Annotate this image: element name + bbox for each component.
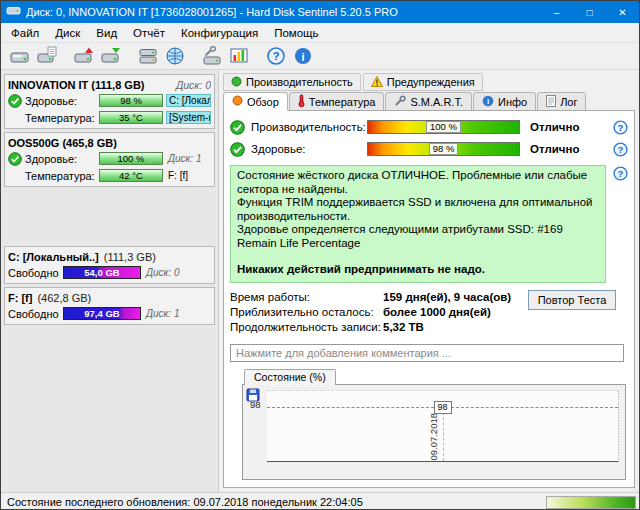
tab-temperature[interactable]: Температура	[289, 92, 385, 111]
app-body: INNOVATION IT (111,8 GB) Диск: 0 Здоровь…	[1, 70, 639, 492]
window-title: Диск: 0, INNOVATION IT [1736028001265] -…	[26, 6, 535, 18]
disk-1-number-cell: Диск: 1	[166, 152, 211, 165]
partition-c-free-bar: 54,0 GB	[63, 266, 141, 279]
disk-0-number: Диск: 0	[176, 79, 211, 91]
disk-0-health-bar: 98 %	[99, 94, 163, 107]
close-button[interactable]: ✕	[606, 1, 639, 23]
retest-button[interactable]: Повтор Теста	[528, 290, 616, 310]
health-help-icon[interactable]: ?	[613, 142, 628, 157]
sidebar: INNOVATION IT (111,8 GB) Диск: 0 Здоровь…	[1, 70, 219, 492]
chart-y-tick: 98	[250, 399, 261, 410]
svg-text:i: i	[301, 51, 304, 63]
health-label: Здоровье:	[25, 95, 96, 107]
tab-log[interactable]: Лог	[537, 92, 586, 111]
performance-dot-icon	[231, 76, 242, 89]
chart-x-date-label: 09.07.2018	[428, 413, 439, 461]
toolbar: ? i	[1, 43, 639, 70]
minimize-button[interactable]: –	[540, 1, 573, 23]
status-line: Состояние жёсткого диска ОТЛИЧНОЕ. Пробл…	[237, 169, 599, 196]
health-label: Здоровье:	[25, 153, 96, 165]
tab-info[interactable]: i Инфо	[473, 92, 536, 111]
disk-panel-0[interactable]: INNOVATION IT (111,8 GB) Диск: 0 Здоровь…	[4, 74, 215, 129]
status-help-icon[interactable]: ?	[613, 166, 628, 181]
tab-warnings[interactable]: Предупреждения	[363, 73, 483, 91]
performance-bar: 100 %	[367, 120, 520, 134]
overview-dot-icon	[232, 95, 243, 108]
disk-icon[interactable]	[7, 45, 32, 68]
tabs-top: Производительность Предупреждения	[223, 73, 635, 91]
status-line: Здоровье определяется следующими атрибут…	[237, 223, 599, 250]
menu-report[interactable]: Отчёт	[125, 25, 173, 41]
health-row: Здоровье: 98 % Отлично ?	[230, 139, 628, 159]
disk-1-partition-f[interactable]: F: [f]	[166, 169, 211, 182]
chart-plot-area: 98 09.07.2018	[267, 390, 619, 462]
svg-text:?: ?	[618, 144, 624, 155]
maximize-button[interactable]: □	[573, 1, 606, 23]
chart-date-line	[443, 407, 444, 461]
partition-c-free-row: Свободно 54,0 GB Диск: 0	[8, 264, 211, 281]
disk-1-temp-bar: 42 °C	[99, 169, 163, 182]
globe-icon[interactable]	[162, 45, 187, 68]
disk-0-health-row: Здоровье: 98 % C: [Локальн..	[8, 92, 211, 109]
health-bar: 98 %	[367, 142, 520, 156]
help-icon[interactable]: ?	[263, 45, 288, 68]
performance-row: Производительность: 100 % Отлично ?	[230, 117, 628, 137]
overview-content: Производительность: 100 % Отлично ? Здор…	[223, 110, 635, 488]
menu-disk[interactable]: Диск	[47, 25, 88, 41]
health-ok-icon	[8, 152, 22, 166]
comment-input[interactable]	[230, 344, 624, 362]
wrench-icon	[394, 95, 406, 109]
sidebar-spacer	[4, 190, 215, 246]
chart-icon[interactable]	[226, 45, 251, 68]
tab-performance[interactable]: Производительность	[223, 73, 361, 91]
disk-0-partition-system[interactable]: [System-res..	[166, 111, 211, 124]
partition-panel-c[interactable]: C: [Локальный..](111,3 GB) Свободно 54,0…	[4, 246, 215, 284]
info-icon[interactable]: i	[290, 45, 315, 68]
lifetime-writes-row: Продолжительность записи: 5,32 TB	[230, 320, 628, 335]
disk-pair-icon[interactable]	[135, 45, 160, 68]
menu-help[interactable]: Помощь	[266, 25, 326, 41]
menubar: Файл Диск Вид Отчёт Конфигурация Помощь	[1, 23, 639, 43]
status-line: Функция TRIM поддерживается SSD и включе…	[237, 196, 599, 223]
disk-tools-icon[interactable]	[199, 45, 224, 68]
disk-panel-1[interactable]: OOS500G (465,8 GB) Здоровье: 100 % Диск:…	[4, 132, 215, 187]
temperature-label: Температура:	[25, 170, 96, 182]
partition-f-free-row: Свободно 97,4 GB Диск: 1	[8, 305, 211, 322]
performance-status: Отлично	[530, 121, 613, 133]
disk-1-header: OOS500G (465,8 GB)	[8, 135, 211, 150]
disk-report-icon[interactable]	[34, 45, 59, 68]
disk-download-icon[interactable]	[98, 45, 123, 68]
menu-file[interactable]: Файл	[3, 25, 47, 41]
disk-upload-icon[interactable]	[71, 45, 96, 68]
status-action-text: Никаких действий предпринимать не надо.	[237, 263, 599, 277]
app-window: Диск: 0, INNOVATION IT [1736028001265] -…	[0, 0, 640, 510]
partition-c-name: C: [Локальный..](111,3 GB)	[8, 251, 156, 263]
menu-view[interactable]: Вид	[88, 25, 125, 41]
performance-label: Производительность:	[251, 121, 367, 133]
partition-f-name: F: [f](462,8 GB)	[8, 292, 91, 304]
disk-0-partition-c[interactable]: C: [Локальн..	[166, 94, 211, 107]
info-circle-icon: i	[482, 95, 494, 109]
partition-f-disk-number: Диск: 1	[144, 307, 211, 320]
disk-0-temp-row: Температура: 35 °C [System-res..	[8, 109, 211, 126]
stats-section: Время работы: 159 дня(ей), 9 часа(ов) Пр…	[230, 290, 628, 335]
thermometer-icon	[298, 94, 305, 109]
tab-health-chart[interactable]: Состояние (%)	[244, 369, 336, 385]
partition-c-header: C: [Локальный..](111,3 GB)	[8, 249, 211, 264]
disk-0-header: INNOVATION IT (111,8 GB) Диск: 0	[8, 77, 211, 92]
health-ok-icon	[8, 94, 22, 108]
tab-overview[interactable]: Обзор	[223, 92, 288, 111]
titlebar: Диск: 0, INNOVATION IT [1736028001265] -…	[1, 1, 639, 23]
performance-help-icon[interactable]: ?	[613, 120, 628, 135]
document-icon	[546, 95, 556, 109]
menu-configuration[interactable]: Конфигурация	[173, 25, 266, 41]
svg-text:i: i	[487, 97, 489, 106]
tab-smart[interactable]: S.M.A.R.T.	[385, 92, 472, 111]
temperature-label: Температура:	[25, 112, 96, 124]
partition-panel-f[interactable]: F: [f](462,8 GB) Свободно 97,4 GB Диск: …	[4, 287, 215, 325]
disk-1-health-row: Здоровье: 100 % Диск: 1	[8, 150, 211, 167]
app-icon	[6, 3, 21, 21]
check-icon	[230, 120, 245, 135]
health-status: Отлично	[530, 143, 613, 155]
tabs-row: Обзор Температура S.M.A.R.T. i Инфо Лог	[223, 91, 635, 110]
